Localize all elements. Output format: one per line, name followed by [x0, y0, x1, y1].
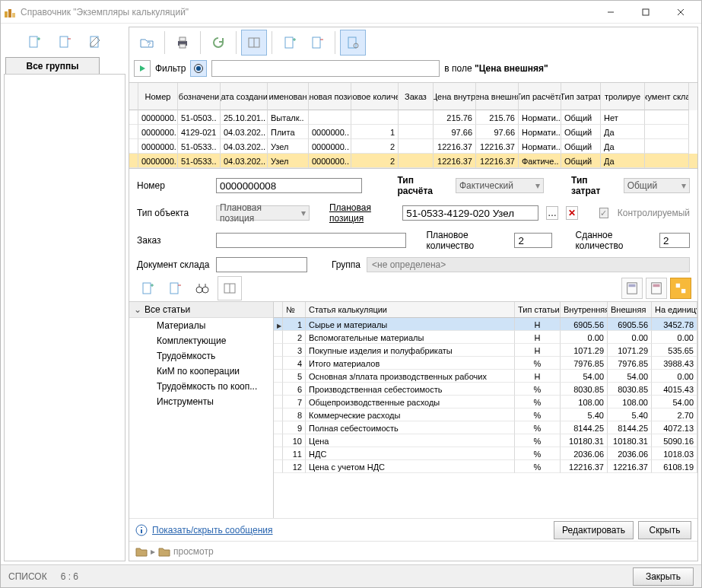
status-count: 6 : 6	[61, 571, 78, 582]
article-row[interactable]: 1Сырье и материалыН6905.566905.563452.78	[274, 318, 697, 331]
tree-item[interactable]: Трудоёмкость по кооп...	[129, 379, 273, 394]
article-row[interactable]: 5Основная з/плата производственных рабоч…	[274, 370, 697, 383]
tree-item[interactable]: Материалы	[129, 318, 273, 333]
plan-pos-browse-button[interactable]: …	[546, 206, 558, 220]
group-label: Группа	[332, 259, 361, 270]
tree-item[interactable]: Комплектующие	[129, 333, 273, 348]
filter-input[interactable]	[211, 60, 440, 77]
close-button[interactable]	[663, 1, 698, 24]
filter-mode-radio[interactable]	[190, 60, 207, 77]
article-row[interactable]: 10Цена%10180.3110180.315090.16	[274, 434, 697, 447]
article-row[interactable]: 7Общепроизводственные расходы%108.00108.…	[274, 396, 697, 408]
number-label: Номер	[137, 180, 210, 191]
article-row[interactable]: 2Вспомогательные материалыН0.000.000.00	[274, 331, 697, 344]
calc-icon-1[interactable]	[621, 278, 643, 299]
article-row[interactable]: 3Покупные изделия и полуфабрикатыН1071.2…	[274, 344, 697, 357]
svg-rect-26	[143, 283, 151, 294]
article-row[interactable]: 8Коммерческие расходы%5.405.402.70	[274, 408, 697, 421]
article-row[interactable]: 9Полная себестоимость%8144.258144.254072…	[274, 421, 697, 434]
cost-type-label: Тип затрат	[571, 175, 618, 196]
hide-button[interactable]: Скрыть	[638, 521, 691, 539]
main-toolbar: ?	[129, 27, 697, 58]
table-row[interactable]: 0000000..4129-02104.03.202..Плита0000000…	[129, 125, 697, 139]
groups-panel	[4, 74, 125, 561]
articles-split: ⌄Все статьи МатериалыКомплектующиеТрудоё…	[129, 301, 697, 518]
records-header: Номер бозначени Дата создания именован П…	[129, 83, 697, 110]
left-toolbar	[4, 27, 125, 57]
number-input[interactable]	[216, 178, 362, 193]
calc-icon-2[interactable]	[646, 278, 667, 299]
article-row[interactable]: 11НДС%2036.062036.061018.03	[274, 447, 697, 460]
left-pane: Все группы	[4, 27, 125, 561]
articles-tree: ⌄Все статьи МатериалыКомплектующиеТрудоё…	[129, 302, 274, 518]
tree-item[interactable]: Трудоёмкость	[129, 348, 273, 364]
svg-rect-15	[179, 37, 186, 41]
doc-gear-icon[interactable]	[340, 30, 366, 56]
controlled-label: Контролируемый	[618, 208, 690, 218]
stock-doc-input[interactable]	[216, 257, 307, 272]
table-row[interactable]: 0000000..51-0503..25.10.201..Выталк..215…	[129, 110, 697, 125]
status-bar: СПИСОК 6 : 6 Закрыть	[1, 564, 701, 587]
calc-icon-config[interactable]	[670, 278, 691, 299]
svg-rect-16	[179, 44, 186, 48]
app-window: Справочник "Экземпляры калькуляций" Все …	[0, 0, 702, 588]
plan-pos-label[interactable]: Плановая позиция	[329, 202, 396, 224]
group-value: <не определена>	[367, 257, 690, 272]
all-groups-tab[interactable]: Все группы	[5, 57, 100, 75]
svg-rect-19	[285, 37, 293, 48]
art-columns-icon[interactable]	[218, 276, 242, 300]
close-window-button[interactable]: Закрыть	[633, 567, 694, 586]
svg-point-32	[202, 287, 208, 293]
minimize-button[interactable]	[593, 1, 628, 24]
tree-item[interactable]: КиМ по кооперации	[129, 364, 273, 379]
maximize-button[interactable]	[628, 1, 663, 24]
article-row[interactable]: 4Итого материалов%7976.857976.853988.43	[274, 357, 697, 370]
article-row[interactable]: 12Цена с учетом НДС%12216.3712216.376108…	[274, 460, 697, 473]
table-row[interactable]: 0000000..51-0533..04.03.202..Узел0000000…	[129, 154, 697, 168]
article-row[interactable]: 6Производственная себестоимость%8030.858…	[274, 383, 697, 396]
art-remove-icon[interactable]	[163, 276, 187, 300]
doc-add-icon[interactable]	[22, 30, 46, 54]
svg-rect-7	[30, 37, 37, 47]
stock-doc-label: Документ склада	[137, 259, 210, 270]
columns-icon[interactable]	[241, 30, 267, 56]
title-bar: Справочник "Экземпляры калькуляций"	[1, 1, 701, 24]
svg-rect-38	[629, 284, 636, 288]
tree-item[interactable]: Инструменты	[129, 394, 273, 409]
app-icon	[4, 6, 16, 18]
svg-rect-4	[643, 9, 649, 15]
done-qty-input[interactable]	[659, 233, 690, 248]
window-title: Справочник "Экземпляры калькуляций"	[21, 7, 593, 17]
toggle-messages-link[interactable]: Показать/скрыть сообщения	[152, 525, 273, 536]
refresh-icon[interactable]	[205, 30, 231, 56]
doc-plus-icon[interactable]	[277, 30, 303, 56]
svg-rect-1	[8, 9, 11, 17]
view-label: просмотр	[173, 546, 214, 557]
plan-pos-clear-button[interactable]: ✕	[566, 206, 578, 220]
doc-minus-icon[interactable]	[304, 30, 330, 56]
folder-help-icon[interactable]: ?	[134, 30, 160, 56]
svg-rect-41	[676, 284, 680, 288]
folder-icon-2[interactable]	[158, 546, 170, 557]
run-filter-button[interactable]	[134, 60, 151, 77]
filter-field-label: в поле "Цена внешняя"	[444, 63, 548, 74]
svg-rect-10	[60, 37, 68, 47]
folder-icon[interactable]	[135, 546, 148, 557]
filter-label: Фильтр	[155, 63, 186, 74]
plan-qty-input[interactable]	[514, 233, 552, 248]
binoculars-icon[interactable]	[190, 276, 214, 300]
obj-type-label: Тип объекта	[137, 208, 210, 218]
edit-button[interactable]: Редактировать	[554, 521, 634, 539]
done-qty-label: Сданное количество	[575, 230, 653, 251]
print-icon[interactable]	[170, 30, 195, 56]
tree-root[interactable]: ⌄Все статьи	[129, 302, 273, 318]
doc-edit-icon[interactable]	[83, 30, 107, 54]
svg-rect-22	[313, 37, 320, 48]
records-table: Номер бозначени Дата создания именован П…	[129, 82, 697, 169]
doc-remove-icon[interactable]	[52, 30, 77, 54]
table-row[interactable]: 0000000..51-0533..04.03.202..Узел0000000…	[129, 139, 697, 154]
order-input[interactable]	[216, 233, 406, 248]
plan-pos-input[interactable]	[402, 205, 538, 221]
art-add-icon[interactable]	[135, 276, 160, 300]
info-icon	[135, 524, 148, 536]
